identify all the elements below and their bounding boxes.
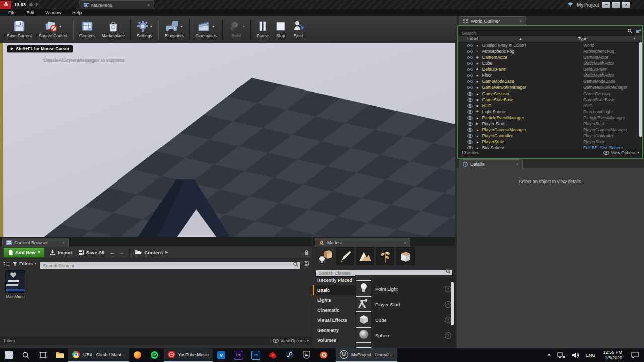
build-button[interactable]: ▾ Build	[225, 17, 248, 42]
category-geometry[interactable]: Geometry	[313, 325, 355, 335]
volume-icon[interactable]	[572, 352, 579, 358]
tab-close-icon[interactable]: ×	[62, 240, 65, 245]
actor-label[interactable]: Light Source	[482, 109, 581, 114]
content-search-input[interactable]	[40, 262, 301, 269]
category-basic[interactable]: Basic	[313, 285, 355, 295]
taskbar-clock[interactable]: 12:56 PM 1/5/2020	[603, 350, 622, 360]
tab-modes[interactable]: Modes ×	[315, 238, 410, 247]
outliner-row[interactable]: ▾ ● Sky Sphere Edit BP_Sky_Sphere	[458, 145, 642, 149]
actor-label[interactable]: GameNetworkManager	[482, 85, 581, 90]
placeable-sphere[interactable]: Sphere ?	[356, 328, 455, 343]
mode-place-button[interactable]	[317, 248, 334, 265]
outliner-row[interactable]: ▾ ● Untitled (Play In Editor) World	[458, 42, 642, 48]
tab-mainmenu[interactable]: MainMenu ×	[79, 0, 154, 9]
outliner-row[interactable]: ▾ ● PlayerCameraManager PlayerCameraMana…	[458, 127, 642, 133]
actor-label[interactable]: Player Start	[482, 121, 581, 126]
visibility-eye-icon[interactable]	[467, 128, 473, 132]
menu-help[interactable]: Help	[67, 10, 87, 15]
taskbar-youtube-music-window[interactable]: YouTube Music	[164, 348, 213, 362]
save-search-icon[interactable]	[304, 261, 309, 266]
category-lights[interactable]: Lights	[313, 295, 355, 305]
settings-dropdown-icon[interactable]: ▾	[150, 24, 152, 29]
actor-label[interactable]: Floor	[482, 73, 581, 78]
menu-file[interactable]: File	[3, 10, 21, 15]
category-volumes[interactable]: Volumes	[313, 335, 355, 345]
source-control-button[interactable]: ▾ Source Control	[35, 17, 71, 42]
task-view-icon[interactable]	[34, 348, 51, 362]
language-indicator[interactable]: ENG	[586, 353, 596, 358]
visibility-eye-icon[interactable]	[467, 92, 473, 96]
category-cinematic[interactable]: Cinematic	[313, 305, 355, 315]
column-label[interactable]: Label	[458, 36, 518, 41]
marketplace-button[interactable]: Marketplace	[98, 17, 128, 42]
view-options-dropdown-icon[interactable]: ▾	[307, 339, 309, 343]
visibility-eye-icon[interactable]	[467, 104, 473, 108]
placeable-cube[interactable]: Cube ?	[356, 312, 455, 328]
red-app-icon[interactable]	[264, 348, 281, 362]
nav-back-icon[interactable]: ←	[109, 249, 115, 256]
path-content-crumb[interactable]: Content ▶	[135, 250, 168, 255]
save-all-button[interactable]: Save All	[78, 250, 105, 255]
actor-label[interactable]: PlayerCameraManager	[482, 127, 581, 132]
file-explorer-icon[interactable]	[51, 348, 68, 362]
modes-scrollbar[interactable]	[451, 282, 454, 325]
placeable-point-light[interactable]: Point Light ?	[356, 281, 455, 297]
placeable-item-partial[interactable]	[356, 275, 455, 281]
minimize-button[interactable]: –	[602, 2, 610, 8]
placeable-player-start[interactable]: Player Start ?	[356, 297, 455, 312]
actor-label[interactable]: CameraActor	[482, 55, 581, 60]
cinematics-dropdown-icon[interactable]: ▾	[212, 24, 214, 29]
cb-view-options[interactable]: View Options	[281, 338, 306, 343]
create-layer-icon[interactable]	[635, 28, 641, 34]
actor-label[interactable]: HUD	[482, 103, 581, 108]
epic-games-icon[interactable]	[298, 348, 315, 362]
save-current-button[interactable]: Save Current	[3, 17, 35, 42]
outliner-row[interactable]: ▾ ■ Floor StaticMeshActor	[458, 72, 642, 78]
outliner-search-input[interactable]	[459, 30, 634, 36]
cinematics-button[interactable]: ▾ Cinematics	[192, 17, 220, 42]
visibility-eye-icon[interactable]	[467, 86, 473, 89]
eject-button[interactable]: Eject	[289, 17, 307, 42]
outliner-row[interactable]: ▾ ◉ CameraActor CameraActor	[458, 54, 642, 60]
actor-label[interactable]: Cube	[482, 61, 581, 66]
actor-label[interactable]: DefaultPawn	[482, 67, 581, 72]
visibility-eye-icon[interactable]	[467, 62, 473, 65]
taskbar-unreal-window[interactable]: U MyProject - Unreal ...	[336, 348, 398, 362]
category-visual-effects[interactable]: Visual Effects	[313, 315, 355, 325]
photoshop-icon[interactable]: Ps	[247, 348, 264, 362]
level-viewport[interactable]: ▶ Shift+F1 for Mouse Cursor LIGHTING NEE…	[3, 43, 455, 237]
asset-mainmenu[interactable]: MainMenu	[5, 270, 25, 299]
visibility-eye-icon[interactable]	[467, 98, 473, 102]
visibility-eye-icon[interactable]	[467, 68, 473, 71]
tray-chevron-icon[interactable]: ^	[548, 353, 550, 358]
sources-panel-icon[interactable]	[3, 261, 10, 267]
menu-window[interactable]: Window	[40, 10, 66, 15]
menu-edit[interactable]: Edit	[22, 10, 40, 15]
visibility-eye-icon[interactable]	[467, 80, 473, 83]
tab-close-icon[interactable]: ×	[519, 19, 522, 24]
mode-landscape-button[interactable]	[356, 247, 374, 265]
visibility-eye-icon[interactable]	[467, 122, 473, 126]
actor-label[interactable]: Atmospheric Fog	[482, 49, 581, 54]
tab-world-outliner[interactable]: World Outliner ×	[459, 16, 526, 25]
tab-level[interactable]: itled*	[29, 2, 39, 7]
tab-content-browser[interactable]: Content Browser ×	[2, 238, 69, 247]
outliner-scrollbar[interactable]	[639, 42, 642, 137]
actor-label[interactable]: GameSession	[482, 91, 581, 96]
action-center-icon[interactable]	[631, 352, 639, 358]
actor-label[interactable]: GameStateBase	[482, 97, 581, 102]
view-options-dropdown-icon[interactable]: ▾	[637, 151, 639, 155]
steam-icon[interactable]	[281, 348, 298, 362]
visibility-eye-icon[interactable]	[467, 116, 473, 120]
nav-forward-icon[interactable]: →	[118, 249, 124, 256]
outliner-row[interactable]: ▾ ■ GameStateBase GameStateBase	[458, 97, 642, 103]
pause-button[interactable]: Pause	[253, 17, 272, 42]
firefox-icon[interactable]	[129, 348, 146, 362]
visibility-eye-icon[interactable]	[467, 140, 473, 144]
column-type[interactable]: Type	[578, 36, 633, 41]
settings-button[interactable]: ▾ Settings	[133, 17, 156, 42]
visibility-eye-icon[interactable]	[467, 56, 473, 59]
category-recently-placed[interactable]: Recently Placed	[313, 275, 355, 285]
actor-label[interactable]: PlayerController	[482, 133, 581, 138]
close-button[interactable]: ×	[622, 2, 630, 8]
